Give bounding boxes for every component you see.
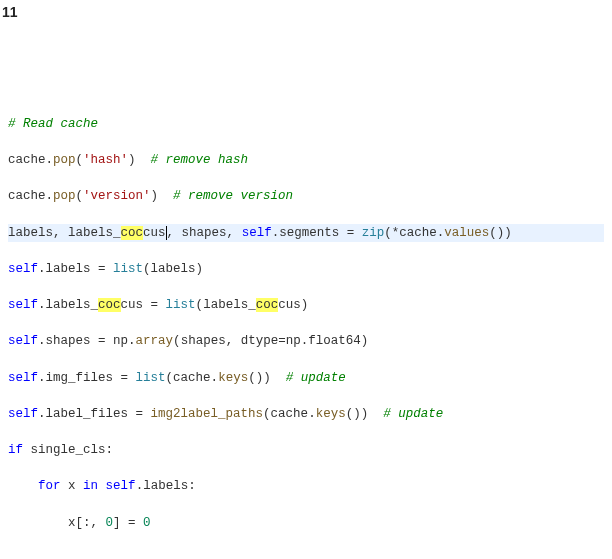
code-line: self.img_files = list(cache.keys()) # up…	[8, 369, 604, 387]
comment: # Read cache	[8, 117, 98, 131]
code-line: cache.pop('hash') # remove hash	[8, 151, 604, 169]
highlight-coc: coc	[121, 226, 144, 240]
highlight-coc: coc	[98, 298, 121, 312]
code-line: cache.pop('version') # remove version	[8, 187, 604, 205]
watermark-top-left: 11	[2, 2, 18, 22]
highlight-coc: coc	[256, 298, 279, 312]
code-line: if single_cls:	[8, 441, 604, 459]
code-line: self.label_files = img2label_paths(cache…	[8, 405, 604, 423]
code-line-highlighted: labels, labels_coccus, shapes, self.segm…	[8, 224, 604, 242]
code-line: self.labels_coccus = list(labels_coccus)	[8, 296, 604, 314]
code-line: self.labels = list(labels)	[8, 260, 604, 278]
code-line: for x in self.labels:	[8, 477, 604, 495]
code-line: self.shapes = np.array(shapes, dtype=np.…	[8, 332, 604, 350]
blank-line	[8, 550, 604, 559]
code-line: x[:, 0] = 0	[8, 514, 604, 532]
code-line: # Read cache	[8, 115, 604, 133]
